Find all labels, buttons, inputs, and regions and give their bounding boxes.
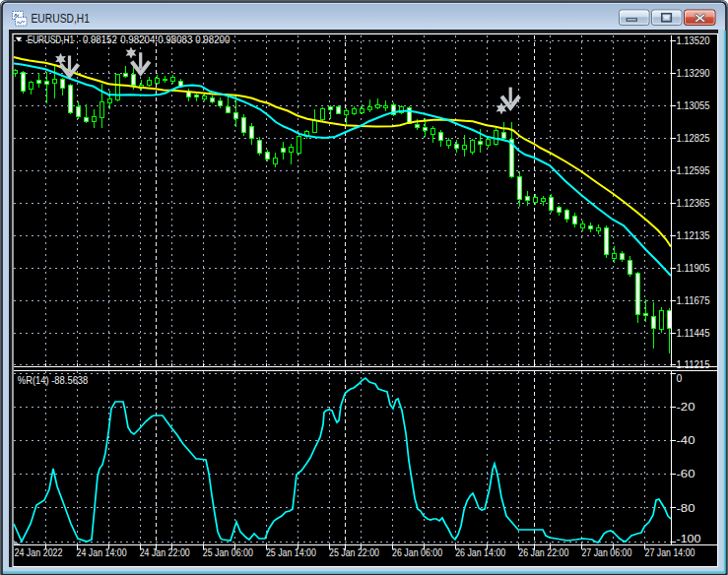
svg-text:0.98200: 0.98200 — [195, 33, 230, 45]
svg-text:0.98204: 0.98204 — [120, 33, 155, 45]
svg-text:1.13055: 1.13055 — [677, 99, 710, 111]
svg-text:27 Jan 06:00: 27 Jan 06:00 — [581, 546, 631, 558]
svg-text:25 Jan 22:00: 25 Jan 22:00 — [329, 546, 379, 558]
svg-text:0: 0 — [677, 372, 683, 384]
svg-text:27 Jan 14:00: 27 Jan 14:00 — [645, 546, 695, 558]
svg-text:1.11445: 1.11445 — [677, 327, 710, 339]
svg-text:0.98152: 0.98152 — [83, 33, 117, 45]
svg-text:-100: -100 — [677, 533, 701, 544]
svg-text:1.12365: 1.12365 — [677, 197, 710, 209]
svg-text:1.11215: 1.11215 — [677, 358, 710, 370]
svg-text:1.11905: 1.11905 — [677, 262, 710, 274]
svg-text:1.13520: 1.13520 — [677, 34, 710, 46]
svg-text:1.13290: 1.13290 — [677, 67, 710, 79]
svg-text:%R(14) -88.5638: %R(14) -88.5638 — [18, 374, 89, 386]
svg-text:-20: -20 — [677, 401, 695, 413]
svg-text:24 Jan 22:00: 24 Jan 22:00 — [140, 546, 190, 558]
svg-text:24 Jan 14:00: 24 Jan 14:00 — [77, 546, 127, 558]
svg-text:1.12825: 1.12825 — [677, 132, 710, 144]
svg-text:26 Jan 22:00: 26 Jan 22:00 — [518, 546, 568, 558]
svg-text:-40: -40 — [677, 434, 695, 446]
svg-text:-80: -80 — [677, 502, 695, 514]
svg-text:EURUSD,H1: EURUSD,H1 — [32, 12, 91, 26]
svg-text:EURUSD,H1: EURUSD,H1 — [28, 33, 74, 45]
svg-text:0.98083: 0.98083 — [158, 33, 192, 45]
svg-text:26 Jan 14:00: 26 Jan 14:00 — [455, 546, 505, 558]
svg-text:26 Jan 06:00: 26 Jan 06:00 — [392, 546, 442, 558]
svg-text:-60: -60 — [677, 468, 695, 479]
svg-text:1.12595: 1.12595 — [677, 164, 710, 176]
svg-text:25 Jan 06:00: 25 Jan 06:00 — [203, 546, 253, 558]
svg-text:1.12135: 1.12135 — [677, 229, 710, 241]
svg-text:24 Jan 2022: 24 Jan 2022 — [15, 546, 63, 558]
svg-text:1.11675: 1.11675 — [677, 294, 710, 306]
svg-text:25 Jan 14:00: 25 Jan 14:00 — [266, 546, 316, 558]
